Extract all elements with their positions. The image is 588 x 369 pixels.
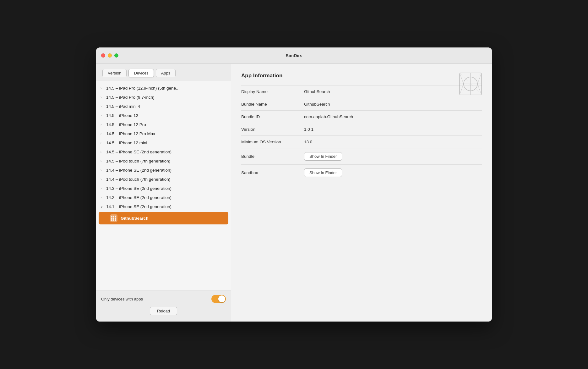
chevron-right-icon: ›	[101, 86, 104, 90]
bundle-show-finder-button[interactable]: Show In Finder	[304, 152, 342, 161]
device-label: 14.4 – iPod touch (7th generation)	[106, 177, 170, 182]
field-label-bundle-id: Bundle ID	[241, 111, 304, 123]
svg-rect-8	[115, 219, 116, 221]
field-label-min-os: Minimum OS Version	[241, 136, 304, 148]
chevron-right-icon: ›	[101, 159, 104, 163]
info-row-min-os: Minimum OS Version 13.0	[241, 136, 482, 148]
device-label: 14.5 – iPod touch (7th generation)	[106, 159, 170, 163]
only-devices-label: Only devices with apps	[101, 297, 143, 301]
chevron-right-icon: ›	[101, 132, 104, 135]
field-label-bundle: Bundle	[241, 148, 304, 165]
field-label-version: Version	[241, 123, 304, 136]
device-list: › 14.5 – iPad Pro (12.9-inch) (5th gene.…	[96, 81, 231, 290]
device-label: 14.5 – iPhone 12 mini	[106, 140, 147, 145]
device-label: 14.1 – iPhone SE (2nd generation)	[106, 204, 172, 209]
main-content: Version Devices Apps › 14.5 – iPad Pro (…	[96, 64, 492, 322]
tab-bar: Version Devices Apps	[96, 64, 231, 81]
svg-rect-7	[113, 219, 114, 221]
chevron-right-icon: ›	[101, 105, 104, 108]
info-row-bundle: Bundle Show In Finder	[241, 148, 482, 165]
svg-rect-4	[113, 218, 114, 219]
device-item-d6[interactable]: › 14.5 – iPhone 12 Pro Max	[96, 129, 231, 138]
device-label: 14.5 – iPad Pro (12.9-inch) (5th gene...	[106, 86, 179, 91]
device-item-d2[interactable]: › 14.5 – iPad Pro (9.7-inch)	[96, 93, 231, 102]
info-row-version: Version 1.0 1	[241, 123, 482, 136]
device-item-d5[interactable]: › 14.5 – iPhone 12 Pro	[96, 120, 231, 129]
close-button[interactable]	[101, 53, 105, 58]
tab-devices[interactable]: Devices	[128, 69, 154, 77]
info-row-bundle-name: Bundle Name GithubSearch	[241, 98, 482, 111]
section-title: App Information	[241, 73, 482, 79]
field-label-display-name: Display Name	[241, 85, 304, 98]
window-controls	[101, 53, 118, 58]
device-item-d11[interactable]: › 14.4 – iPod touch (7th generation)	[96, 175, 231, 184]
field-value-bundle-name: GithubSearch	[304, 98, 482, 111]
device-item-d8[interactable]: › 14.5 – iPhone SE (2nd generation)	[96, 147, 231, 157]
field-value-min-os: 13.0	[304, 136, 482, 148]
svg-rect-2	[115, 216, 116, 217]
reload-btn-container: Reload	[101, 307, 226, 315]
device-item-d4[interactable]: › 14.5 – iPhone 12	[96, 111, 231, 120]
titlebar: SimDirs	[96, 47, 492, 64]
svg-rect-0	[111, 216, 112, 217]
field-label-bundle-name: Bundle Name	[241, 98, 304, 111]
maximize-button[interactable]	[114, 53, 118, 58]
chevron-right-icon: ›	[101, 168, 104, 172]
field-value-version: 1.0 1	[304, 123, 482, 136]
device-label: 14.5 – iPhone 12 Pro	[106, 122, 146, 127]
only-devices-toggle[interactable]	[211, 295, 226, 303]
device-item-d9[interactable]: › 14.5 – iPod touch (7th generation)	[96, 157, 231, 166]
tab-apps[interactable]: Apps	[156, 69, 176, 77]
device-label: 14.5 – iPhone 12	[106, 113, 138, 118]
reload-button[interactable]: Reload	[150, 307, 177, 315]
right-panel: App Information	[231, 64, 492, 322]
chevron-right-icon: ›	[101, 196, 104, 199]
chevron-right-icon: ›	[101, 114, 104, 117]
device-label: 14.5 – iPhone SE (2nd generation)	[106, 150, 172, 154]
info-table: Display Name GithubSearch Bundle Name Gi…	[241, 85, 482, 181]
svg-rect-3	[111, 218, 112, 219]
chevron-down-icon: ∨	[101, 205, 104, 208]
field-value-bundle-id: com.aaplab.GithubSearch	[304, 111, 482, 123]
info-row-sandbox: Sandbox Show In Finder	[241, 165, 482, 181]
device-label: 14.5 – iPad mini 4	[106, 104, 140, 109]
chevron-right-icon: ›	[101, 141, 104, 145]
device-item-d1[interactable]: › 14.5 – iPad Pro (12.9-inch) (5th gene.…	[96, 84, 231, 93]
field-label-sandbox: Sandbox	[241, 165, 304, 181]
svg-rect-6	[111, 219, 112, 221]
chevron-right-icon: ›	[101, 187, 104, 190]
device-item-d12[interactable]: › 14.3 – iPhone SE (2nd generation)	[96, 184, 231, 193]
device-item-d13[interactable]: › 14.2 – iPhone SE (2nd generation)	[96, 193, 231, 202]
svg-line-16	[477, 73, 482, 84]
sandbox-show-finder-button[interactable]: Show In Finder	[304, 168, 342, 177]
svg-line-18	[477, 84, 482, 95]
chevron-right-icon: ›	[101, 150, 104, 154]
device-item-d10[interactable]: › 14.4 – iPhone SE (2nd generation)	[96, 166, 231, 175]
field-value-bundle: Show In Finder	[304, 148, 482, 165]
chevron-right-icon: ›	[101, 96, 104, 99]
bottom-controls: Only devices with apps Reload	[96, 290, 231, 322]
app-window: SimDirs Version Devices Apps › 14.5 – iP…	[96, 47, 492, 322]
device-label: 14.5 – iPhone 12 Pro Max	[106, 131, 155, 136]
app-name: GithubSearch	[121, 216, 149, 221]
tab-version[interactable]: Version	[102, 69, 127, 77]
device-item-d14[interactable]: ∨ 14.1 – iPhone SE (2nd generation)	[96, 202, 231, 211]
toggle-knob	[218, 295, 225, 302]
chevron-right-icon: ›	[101, 123, 104, 126]
svg-line-17	[460, 84, 464, 95]
info-row-display-name: Display Name GithubSearch	[241, 85, 482, 98]
svg-line-15	[460, 73, 464, 84]
app-icon-small	[110, 214, 117, 222]
device-label: 14.4 – iPhone SE (2nd generation)	[106, 168, 172, 173]
device-item-d7[interactable]: › 14.5 – iPhone 12 mini	[96, 138, 231, 147]
device-label: 14.3 – iPhone SE (2nd generation)	[106, 186, 172, 191]
app-icon-large	[458, 71, 483, 96]
minimize-button[interactable]	[108, 53, 112, 58]
selected-app-item[interactable]: GithubSearch	[99, 212, 228, 224]
field-value-display-name: GithubSearch	[304, 85, 482, 98]
chevron-right-icon: ›	[101, 178, 104, 181]
only-devices-row: Only devices with apps	[101, 295, 226, 303]
device-item-d3[interactable]: › 14.5 – iPad mini 4	[96, 102, 231, 111]
info-row-bundle-id: Bundle ID com.aaplab.GithubSearch	[241, 111, 482, 123]
window-title: SimDirs	[286, 53, 302, 58]
